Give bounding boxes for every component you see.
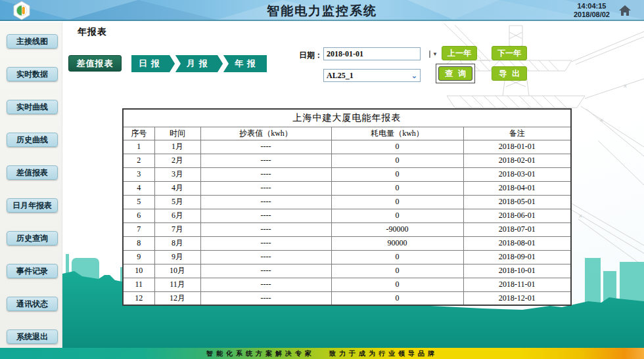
table-row: 77月-----900002018-07-01 [123,222,571,236]
table-cell: ---- [200,236,331,250]
sidebar-item-5[interactable]: 差值报表 [7,165,58,180]
table-cell: 2018-09-01 [463,250,571,264]
table-cell: 9月 [154,250,200,264]
tab-yearly-report[interactable]: 年报 [227,55,267,72]
sidebar-item-6[interactable]: 日月年报表 [7,198,58,213]
sidebar: 主接线图实时数据实时曲线历史曲线差值报表日月年报表历史查询事件记录通讯状态系统退… [0,22,62,348]
date-dropdown-arrow-icon[interactable]: ▼ [432,51,438,57]
table-cell: ---- [200,181,331,195]
svg-text:✕: ✕ [623,83,628,89]
table-cell: 0 [331,291,463,305]
footer-banner: 智能化系统方案解决专家 致力于成为行业领导品牌 [0,348,644,359]
table-cell: 0 [331,264,463,278]
sidebar-item-2[interactable]: 实时数据 [7,67,58,81]
table-cell: 2018-11-01 [463,278,571,291]
table-cell: 2018-04-01 [463,181,571,195]
table-cell: 6月 [154,209,200,222]
table-cell: 0 [331,181,463,195]
table-cell: 7 [123,222,154,236]
svg-text:✕: ✕ [578,213,583,219]
table-cell: 8月 [154,236,200,250]
table-row: 11月----02018-01-01 [123,140,571,154]
prev-year-button[interactable]: 上一年 [442,46,477,60]
page-title: 年报表 [78,26,107,38]
table-cell: 9 [123,250,154,264]
table-cell: ---- [200,278,331,291]
time-text: 14:04:15 [574,2,610,11]
table-cell: 0 [331,209,463,222]
table-row: 66月----02018-06-01 [123,209,571,222]
yearly-report-table: 上海中建大厦电能年报表 序号时间抄表值（kwh）耗电量（kwh）备注 11月--… [122,108,572,306]
sidebar-item-7[interactable]: 历史查询 [7,231,58,245]
column-header: 序号 [123,127,154,140]
table-cell: 5 [123,195,154,209]
table-row: 33月----02018-03-01 [123,167,571,181]
table-row: 44月----02018-04-01 [123,181,571,195]
footer-slogan-left: 智能化系统方案解决专家 [206,348,315,359]
table-cell: ---- [200,195,331,209]
tab-daily-report[interactable]: 日报 [131,55,171,72]
table-title: 上海中建大厦电能年报表 [123,109,571,127]
table-cell: 2018-07-01 [463,222,571,236]
calendar-icon [429,51,430,58]
table-cell: 2018-03-01 [463,167,571,181]
column-header: 抄表值（kwh） [200,127,331,140]
clock: 14:04:15 2018/08/02 [574,2,610,19]
table-cell: 2018-12-01 [463,291,571,305]
home-button[interactable] [618,3,632,18]
table-cell: 2018-06-01 [463,209,571,222]
top-header: 智能电力监控系统 14:04:15 2018/08/02 [0,0,644,21]
table-cell: ---- [200,222,331,236]
device-select[interactable]: AL25_1 ⌄ [323,69,421,82]
table-cell: 5月 [154,195,200,209]
table-cell: 1月 [154,140,200,154]
table-cell: 6 [123,209,154,222]
table-cell: 2月 [154,154,200,167]
svg-text:✕: ✕ [599,117,604,123]
table-cell: -90000 [331,222,463,236]
table-row: 22月----02018-02-01 [123,154,571,167]
date-input[interactable] [324,49,429,59]
app-title: 智能电力监控系统 [0,3,644,20]
date-label: 日期： [299,50,323,61]
table-cell: 0 [331,250,463,264]
table-cell: ---- [200,264,331,278]
table-cell: 3月 [154,167,200,181]
sidebar-item-10[interactable]: 系统退出 [7,329,58,344]
report-table-body: 11月----02018-01-0122月----02018-02-0133月-… [123,140,571,305]
table-cell: 0 [331,154,463,167]
sidebar-item-9[interactable]: 通讯状态 [7,297,58,311]
diff-report-button[interactable]: 差值报表 [68,55,122,72]
report-type-tabs: 日报 月报 年报 [131,55,267,72]
sidebar-item-8[interactable]: 事件记录 [7,264,58,278]
main-area: ✕ ✕ ✕ ✕ [62,22,644,348]
table-row: 1212月----02018-12-01 [123,291,571,305]
table-row: 88月----900002018-08-01 [123,236,571,250]
export-button[interactable]: 导出 [492,66,527,81]
query-button[interactable]: 查询 [438,66,472,81]
screen: 智能电力监控系统 14:04:15 2018/08/02 主接线图实时数据实时曲… [0,0,644,359]
table-cell: 12 [123,291,154,305]
sidebar-item-4[interactable]: 历史曲线 [7,133,58,147]
tab-monthly-report[interactable]: 月报 [179,55,219,72]
next-year-button[interactable]: 下一年 [492,46,527,60]
table-cell: 2018-08-01 [463,236,571,250]
table-cell: ---- [200,250,331,264]
combo-dropdown-arrow-icon: ⌄ [411,72,417,80]
date-text: 2018/08/02 [574,11,610,19]
table-cell: 2018-05-01 [463,195,571,209]
table-cell: ---- [200,209,331,222]
table-cell: ---- [200,140,331,154]
table-cell: 0 [331,167,463,181]
table-row: 1010月----02018-10-01 [123,264,571,278]
device-select-value: AL25_1 [324,71,411,81]
table-row: 99月----02018-09-01 [123,250,571,264]
date-picker: ▼ [323,47,421,60]
table-cell: 11月 [154,278,200,291]
sidebar-item-1[interactable]: 主接线图 [7,34,58,49]
table-cell: 2018-02-01 [463,154,571,167]
sidebar-item-3[interactable]: 实时曲线 [7,100,58,114]
table-row: 1111月----02018-11-01 [123,278,571,291]
table-cell: 90000 [331,236,463,250]
table-cell: 10 [123,264,154,278]
